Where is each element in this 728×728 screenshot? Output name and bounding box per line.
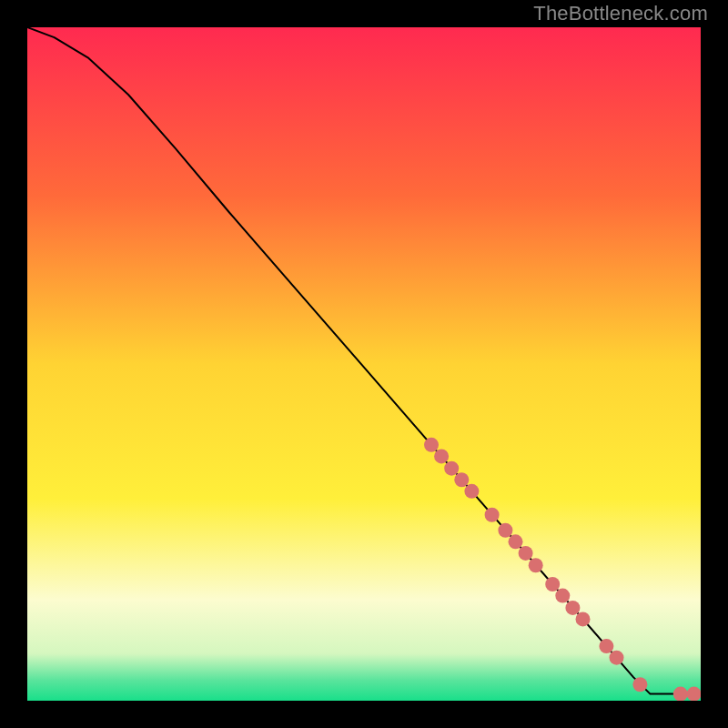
chart-marker: [545, 577, 560, 592]
watermark-text: TheBottleneck.com: [533, 2, 708, 25]
chart-svg: [27, 27, 701, 701]
chart-marker: [599, 639, 613, 653]
chart-marker: [454, 472, 469, 487]
chart-marker: [485, 508, 500, 522]
chart-marker: [632, 677, 647, 692]
chart-plot: [27, 27, 701, 701]
chart-marker: [509, 534, 523, 549]
chart-marker: [434, 449, 449, 463]
chart-marker: [576, 612, 591, 626]
chart-marker: [464, 484, 479, 499]
chart-marker: [498, 523, 512, 538]
chart-marker: [519, 546, 533, 561]
stage: TheBottleneck.com: [0, 0, 728, 728]
chart-marker: [565, 601, 580, 615]
chart-marker: [444, 461, 459, 476]
chart-background: [27, 27, 701, 701]
chart-marker: [555, 589, 570, 603]
chart-marker: [673, 687, 688, 701]
chart-marker: [610, 651, 624, 665]
chart-marker: [529, 558, 543, 572]
chart-marker: [424, 438, 439, 452]
